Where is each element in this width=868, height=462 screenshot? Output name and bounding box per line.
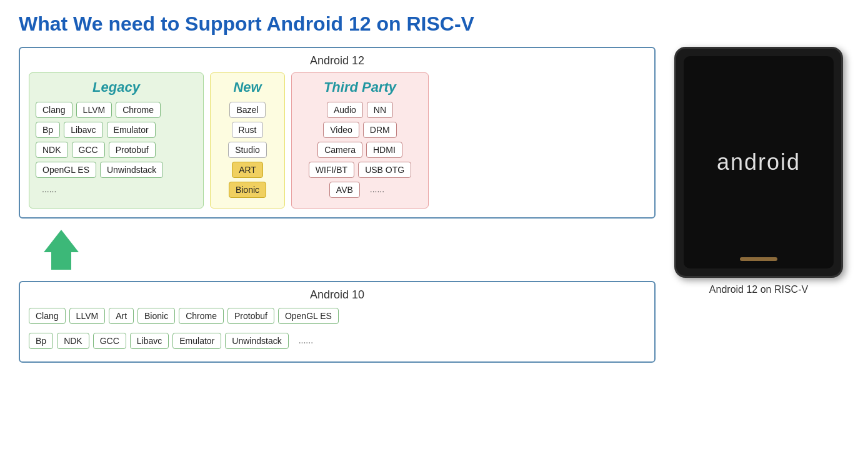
- android12-columns: Legacy Clang LLVM Chrome Bp Libavc Emula…: [29, 72, 646, 209]
- a10-chip-unwindstack: Unwindstack: [225, 333, 288, 349]
- arrow-head: [44, 230, 79, 252]
- legacy-row-5: ......: [36, 182, 197, 197]
- android12-box: Android 12 Legacy Clang LLVM Chrome Bp L…: [19, 47, 656, 219]
- chip-usb-otg: USB OTG: [358, 162, 411, 178]
- a10-chip-bionic: Bionic: [137, 308, 175, 324]
- main-layout: Android 12 Legacy Clang LLVM Chrome Bp L…: [19, 47, 849, 363]
- tablet-caption: Android 12 on RISC-V: [709, 284, 808, 295]
- chip-emulator: Emulator: [107, 122, 156, 138]
- page-title: What We need to Support Android 12 on RI…: [19, 12, 849, 36]
- chip-clang: Clang: [36, 102, 72, 118]
- chip-opengl-es: OpenGL ES: [36, 162, 96, 178]
- a10-chip-bp: Bp: [29, 333, 53, 349]
- third-row-4: WIFI/BT USB OTG: [298, 162, 422, 178]
- chip-drm: DRM: [363, 122, 397, 138]
- chip-libavc: Libavc: [64, 122, 102, 138]
- chip-chrome: Chrome: [116, 102, 161, 118]
- third-dots: ......: [364, 182, 391, 198]
- chip-video: Video: [323, 122, 359, 138]
- a10-chip-libavc: Libavc: [130, 333, 169, 349]
- chip-wifi-bt: WIFI/BT: [309, 162, 354, 178]
- chip-rust: Rust: [232, 122, 264, 138]
- a10-chip-ndk: NDK: [57, 333, 89, 349]
- third-row-3: Camera HDMI: [298, 142, 422, 158]
- a10-chip-opengl-es: OpenGL ES: [278, 308, 339, 324]
- chip-camera: Camera: [317, 142, 362, 158]
- chip-art: ART: [232, 162, 263, 178]
- new-row-bionic: Bionic: [217, 182, 278, 198]
- legacy-header: Legacy: [36, 79, 197, 96]
- chip-hdmi: HDMI: [366, 142, 402, 158]
- tablet-image-section: android Android 12 on RISC-V: [668, 47, 849, 295]
- arrow-container: [19, 227, 656, 272]
- legacy-column: Legacy Clang LLVM Chrome Bp Libavc Emula…: [29, 72, 204, 209]
- chip-studio: Studio: [228, 142, 267, 158]
- a10-chip-gcc: GCC: [93, 333, 126, 349]
- left-content: Android 12 Legacy Clang LLVM Chrome Bp L…: [19, 47, 656, 363]
- chip-ndk: NDK: [36, 142, 68, 158]
- a10-chip-art: Art: [109, 308, 134, 324]
- a10-chip-protobuf: Protobuf: [227, 308, 274, 324]
- third-party-header: Third Party: [298, 79, 422, 96]
- new-row-rust: Rust: [217, 122, 278, 138]
- tablet-frame: android: [674, 47, 843, 278]
- a10-dots: ......: [292, 333, 319, 349]
- new-column: New Bazel Rust Studio ART Bionic: [210, 72, 285, 209]
- third-row-5: AVB ......: [298, 182, 422, 198]
- android10-label: Android 10: [29, 288, 646, 302]
- android-logo-text: android: [717, 149, 801, 175]
- chip-bionic: Bionic: [229, 182, 266, 198]
- chip-avb: AVB: [329, 182, 360, 198]
- android12-label: Android 12: [29, 54, 646, 67]
- a10-chip-emulator: Emulator: [172, 333, 221, 349]
- android10-box: Android 10 Clang LLVM Art Bionic Chrome …: [19, 281, 656, 363]
- third-party-column: Third Party Audio NN Video DRM Camera HD…: [291, 72, 429, 209]
- legacy-row-1: Clang LLVM Chrome: [36, 102, 197, 118]
- legacy-row-4: OpenGL ES Unwindstack: [36, 162, 197, 178]
- android10-row-1: Clang LLVM Art Bionic Chrome Protobuf Op…: [29, 308, 646, 324]
- tablet-screen: android: [684, 56, 834, 268]
- new-header: New: [217, 79, 278, 96]
- third-row-1: Audio NN: [298, 102, 422, 118]
- a10-chip-clang: Clang: [29, 308, 66, 324]
- chip-protobuf: Protobuf: [109, 142, 156, 158]
- tablet-bottom-bar: [740, 257, 777, 261]
- chip-llvm: LLVM: [76, 102, 112, 118]
- legacy-row-3: NDK GCC Protobuf: [36, 142, 197, 158]
- new-row-bazel: Bazel: [217, 102, 278, 118]
- new-row-art: ART: [217, 162, 278, 178]
- android10-row-2: Bp NDK GCC Libavc Emulator Unwindstack .…: [29, 333, 646, 349]
- legacy-row-2: Bp Libavc Emulator: [36, 122, 197, 138]
- chip-bazel: Bazel: [229, 102, 265, 118]
- a10-chip-chrome: Chrome: [179, 308, 224, 324]
- chip-unwindstack: Unwindstack: [100, 162, 163, 178]
- new-row-studio: Studio: [217, 142, 278, 158]
- android10-chips: Clang LLVM Art Bionic Chrome Protobuf Op…: [29, 308, 646, 353]
- legacy-dots: ......: [36, 182, 62, 197]
- third-row-2: Video DRM: [298, 122, 422, 138]
- chip-gcc: GCC: [72, 142, 105, 158]
- chip-nn: NN: [367, 102, 393, 118]
- a10-chip-llvm: LLVM: [69, 308, 106, 324]
- chip-audio: Audio: [327, 102, 363, 118]
- arrow-body: [51, 252, 71, 270]
- chip-bp: Bp: [36, 122, 60, 138]
